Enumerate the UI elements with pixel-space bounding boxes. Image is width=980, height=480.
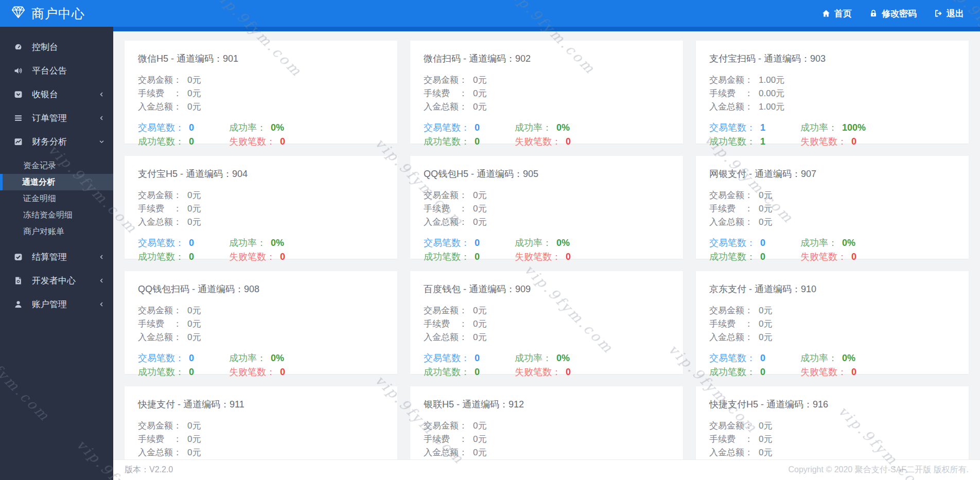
stat-success-rate-value: 0%: [842, 353, 855, 363]
stat-fail-count-label: 失败笔数：: [229, 136, 275, 147]
footer: 版本：V2.2.0 Copyright © 2020 聚合支付-SAF二开版 版…: [113, 459, 980, 480]
fee-line-label: 手续费 ：: [138, 202, 187, 216]
sidebar-item-label: 账户管理: [32, 298, 98, 310]
fee-line-label: 手续费 ：: [424, 433, 473, 446]
submenu-item-channel-analysis[interactable]: 通道分析: [0, 174, 113, 190]
channel-card-amounts: 交易金额：0元手续费 ：0元入金总额：0元: [138, 419, 384, 459]
channel-card-title: 支付宝扫码 - 通道编码：903: [709, 52, 955, 65]
sidebar-item-cashier[interactable]: 收银台: [0, 82, 113, 106]
topnav-logout[interactable]: 退出: [925, 0, 973, 27]
channel-card-title: 百度钱包 - 通道编码：909: [424, 283, 670, 295]
channel-card: 微信扫码 - 通道编码：902交易金额：0元手续费 ：0元入金总额：0元交易笔数…: [410, 41, 683, 144]
copyright-text: Copyright © 2020 聚合支付-SAF二开版 版权所有.: [788, 465, 969, 475]
stat-success-count-value: 0: [189, 367, 194, 377]
brand[interactable]: 商户中心: [0, 5, 85, 22]
stat-fail-count-value: 0: [280, 252, 285, 262]
stat-tx-count: 交易笔数：0: [138, 121, 229, 135]
channel-card: 微信H5 - 通道编码：901交易金额：0元手续费 ：0元入金总额：0元交易笔数…: [125, 41, 397, 144]
fee-line-label: 手续费 ：: [424, 202, 473, 216]
stat-tx-count-value: 0: [189, 353, 194, 363]
total-line: 入金总额：0元: [709, 331, 955, 344]
fee-line-label: 手续费 ：: [709, 87, 759, 100]
stat-success-count-value: 0: [189, 136, 194, 147]
stat-success-rate-value: 0%: [842, 238, 855, 248]
stat-success-count-value: 0: [760, 252, 765, 262]
sidebar-item-icon-wrap: [14, 114, 25, 122]
stat-success-rate-label: 成功率：: [800, 122, 837, 133]
stat-success-count-value: 1: [760, 136, 765, 147]
chevron-left-icon: [98, 254, 105, 260]
stat-tx-count-value: 0: [189, 238, 194, 248]
chart-icon: [14, 137, 23, 146]
amount-line: 交易金额：0元: [424, 189, 670, 202]
fee-line-value: 0元: [187, 204, 201, 214]
stat-success-count: 成功笔数：0: [424, 365, 515, 379]
stat-tx-count-label: 交易笔数：: [709, 353, 756, 363]
total-line: 入金总额：0元: [424, 446, 670, 459]
submenu-item-fund-records[interactable]: 资金记录: [0, 157, 113, 174]
sidebar-item-console[interactable]: 控制台: [0, 35, 113, 59]
sidebar-item-icon-wrap: [14, 137, 25, 146]
channel-card-title: 快捷支付H5 - 通道编码：916: [709, 398, 955, 411]
chevron-down-icon: [98, 138, 105, 145]
stat-success-rate-value: 0%: [556, 238, 570, 248]
fee-line-label: 手续费 ：: [138, 87, 187, 100]
topbar: 商户中心 首页修改密码退出: [0, 0, 980, 31]
stat-tx-count: 交易笔数：0: [424, 121, 515, 135]
stat-success-rate: 成功率：0%: [800, 351, 955, 365]
fee-line-value: 0元: [187, 319, 201, 329]
channel-card: 银联H5 - 通道编码：912交易金额：0元手续费 ：0元入金总额：0元: [410, 386, 683, 459]
topnav-home[interactable]: 首页: [813, 0, 861, 27]
chevron-left-icon: [98, 115, 105, 121]
amount-line-value: 0元: [759, 306, 772, 315]
fee-line-value: 0元: [473, 204, 486, 214]
stat-success-rate-value: 0%: [556, 353, 570, 363]
fee-line: 手续费 ：0元: [424, 317, 670, 331]
channel-card-title: 支付宝H5 - 通道编码：904: [138, 168, 384, 180]
fee-line-value: 0元: [759, 204, 772, 214]
fee-line: 手续费 ：0元: [424, 87, 670, 100]
stat-success-count-value: 0: [475, 252, 480, 262]
channel-card-stats: 交易笔数：0成功率：0%成功笔数：0失败笔数：0: [138, 236, 384, 264]
stat-success-count: 成功笔数：0: [424, 135, 515, 149]
submenu-item-frozen-funds[interactable]: 冻结资金明细: [0, 207, 113, 223]
stat-success-count: 成功笔数：0: [709, 250, 800, 264]
amount-line-label: 交易金额：: [424, 419, 473, 433]
main-content: 微信H5 - 通道编码：901交易金额：0元手续费 ：0元入金总额：0元交易笔数…: [113, 31, 980, 459]
fee-line-label: 手续费 ：: [138, 433, 187, 446]
sidebar-item-icon-wrap: [14, 253, 25, 261]
stat-success-rate-label: 成功率：: [229, 238, 266, 248]
fee-line-label: 手续费 ：: [709, 317, 759, 331]
channel-card: QQ钱包H5 - 通道编码：905交易金额：0元手续费 ：0元入金总额：0元交易…: [410, 156, 683, 259]
stat-tx-count-value: 0: [475, 238, 480, 248]
fee-line: 手续费 ：0元: [138, 87, 384, 100]
submenu-item-merchant-statement[interactable]: 商户对账单: [0, 223, 113, 240]
stat-fail-count: 失败笔数：0: [515, 250, 670, 264]
submenu-item-deposit-details[interactable]: 证金明细: [0, 190, 113, 207]
sidebar-item-finance[interactable]: 财务分析: [0, 130, 113, 153]
amount-line-value: 0元: [187, 421, 201, 431]
fee-line-label: 手续费 ：: [424, 317, 473, 331]
fee-line-value: 0元: [473, 88, 486, 98]
fee-line: 手续费 ：0元: [709, 202, 955, 216]
sidebar-item-orders[interactable]: 订单管理: [0, 106, 113, 130]
stat-tx-count: 交易笔数：0: [709, 236, 800, 250]
channel-card-amounts: 交易金额：0元手续费 ：0元入金总额：0元: [424, 304, 670, 344]
total-line: 入金总额：0元: [424, 216, 670, 229]
speaker-icon: [14, 66, 23, 75]
stat-success-rate-value: 100%: [842, 122, 866, 133]
sidebar-item-account[interactable]: 账户管理: [0, 292, 113, 316]
stat-success-count-label: 成功笔数：: [709, 367, 756, 377]
stat-success-count-label: 成功笔数：: [424, 367, 470, 377]
stat-success-rate-label: 成功率：: [515, 122, 552, 133]
sidebar-item-developer[interactable]: 开发者中心: [0, 269, 113, 292]
topnav-change-password[interactable]: 修改密码: [861, 0, 925, 27]
sidebar-item-settlement[interactable]: 结算管理: [0, 245, 113, 269]
stat-fail-count-value: 0: [851, 252, 856, 262]
stat-tx-count: 交易笔数：0: [709, 351, 800, 365]
amount-line-label: 交易金额：: [138, 74, 187, 87]
stat-success-count-label: 成功笔数：: [424, 136, 470, 147]
stat-fail-count-value: 0: [280, 136, 285, 147]
sidebar-item-announcements[interactable]: 平台公告: [0, 59, 113, 82]
stat-fail-count: 失败笔数：0: [800, 365, 955, 379]
